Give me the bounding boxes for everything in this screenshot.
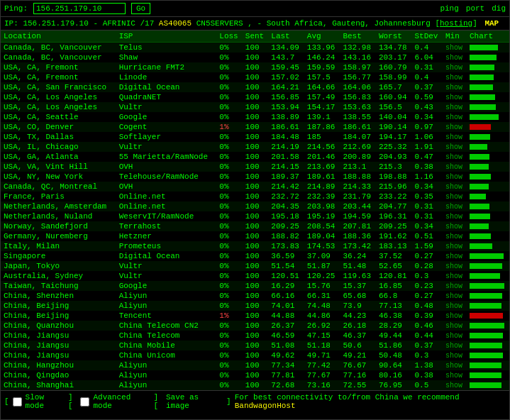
cell-show: show [443, 102, 467, 112]
cell-worst: 160.94 [376, 92, 412, 102]
cell-best: 164.06 [340, 82, 376, 92]
cell-last: 214.42 [268, 182, 304, 192]
show-link[interactable]: show [445, 173, 462, 181]
cell-location: France, Paris [1, 192, 116, 201]
show-link[interactable]: show [445, 54, 462, 62]
show-link[interactable]: show [445, 332, 462, 340]
show-link[interactable]: show [445, 223, 462, 231]
show-link[interactable]: show [445, 143, 462, 151]
dig-link[interactable]: dig [492, 4, 506, 13]
slow-mode-link[interactable]: Slow mode [26, 393, 65, 410]
table-row: Italy, MilanPrometeus0%100173.83174.5317… [1, 241, 509, 251]
cell-loss: 0% [216, 192, 243, 201]
show-link[interactable]: show [445, 362, 462, 370]
show-link[interactable]: show [445, 203, 462, 211]
show-link[interactable]: show [445, 123, 462, 131]
cell-loss: 1% [216, 122, 243, 132]
cell-location: Netherlands, Nuland [1, 211, 116, 221]
show-link[interactable]: show [445, 382, 462, 389]
cell-stdev: 1.59 [411, 241, 443, 251]
show-link[interactable]: show [445, 233, 462, 241]
show-link[interactable]: show [445, 213, 462, 221]
save-image-link[interactable]: Save as image [166, 393, 223, 410]
table-row: China, ShenzhenAliyun0%10066.1666.3165.6… [1, 291, 509, 301]
cell-stdev: 0.59 [411, 92, 443, 102]
go-button[interactable]: Go [131, 3, 150, 14]
cell-isp: Softlayer [116, 132, 217, 142]
show-link[interactable]: show [445, 163, 462, 171]
show-link[interactable]: show [445, 74, 462, 82]
ping-input[interactable] [33, 3, 126, 14]
cell-best: 65.68 [340, 291, 376, 301]
show-link[interactable]: show [445, 253, 462, 260]
show-link[interactable]: show [445, 262, 462, 270]
show-link[interactable]: show [445, 183, 462, 191]
cell-avg: 154.17 [304, 102, 340, 112]
ping-link[interactable]: ping [440, 4, 458, 13]
cell-stdev: 0.46 [411, 321, 443, 331]
cell-last: 72.68 [268, 380, 304, 390]
cell-chart [467, 162, 509, 172]
cell-stdev: 1.16 [411, 172, 443, 182]
show-link[interactable]: show [445, 84, 462, 92]
cell-sent: 100 [243, 350, 269, 360]
show-link[interactable]: show [445, 44, 462, 52]
cell-sent: 100 [243, 122, 269, 132]
cell-sent: 100 [243, 211, 269, 221]
show-link[interactable]: show [445, 114, 462, 121]
show-link[interactable]: show [445, 64, 462, 72]
cell-isp: Google [116, 112, 217, 122]
show-link[interactable]: show [445, 342, 462, 350]
show-link[interactable]: show [445, 94, 462, 101]
bandwagon-link[interactable]: BandwagonHost [235, 402, 296, 410]
show-link[interactable]: show [445, 104, 462, 111]
show-link[interactable]: show [445, 292, 462, 300]
cell-stdev: 0.27 [411, 251, 443, 261]
port-link[interactable]: port [466, 4, 484, 13]
table-row: China, ShanghaiAliyun0%10072.6873.1672.5… [1, 380, 509, 390]
cell-chart [467, 92, 509, 102]
cell-worst: 183.13 [376, 241, 412, 251]
cell-loss: 0% [216, 82, 243, 92]
advanced-mode-link[interactable]: Advanced mode [93, 393, 150, 410]
show-link[interactable]: show [445, 153, 462, 161]
show-link[interactable]: show [445, 372, 462, 380]
show-link[interactable]: show [445, 133, 462, 141]
asn-link[interactable]: AS40065 [159, 19, 192, 28]
show-link[interactable]: show [445, 272, 462, 280]
table-container: Location ISP Loss Sent Last Avg Best Wor… [1, 31, 509, 390]
show-link[interactable]: show [445, 282, 462, 290]
cell-chart [467, 231, 509, 241]
cell-isp: 55 Marietta/RamNode [116, 152, 217, 162]
show-link[interactable]: show [445, 243, 462, 250]
ip-info: IP: 156.251.179.10 - AFRINIC /17 AS40065… [1, 17, 509, 31]
cell-loss: 0% [216, 172, 243, 182]
cell-loss: 0% [216, 211, 243, 221]
cell-loss: 0% [216, 321, 243, 331]
cell-location: USA, CA, Los Angeles [1, 102, 116, 112]
cell-show: show [443, 211, 467, 221]
show-link[interactable]: show [445, 322, 462, 330]
cell-stdev: 0.38 [411, 162, 443, 172]
map-link[interactable]: MAP [484, 19, 499, 28]
cell-avg: 214.89 [304, 182, 340, 192]
cell-stdev: 0.47 [411, 152, 443, 162]
cell-show: show [443, 271, 467, 281]
show-link[interactable]: show [445, 352, 462, 360]
slow-mode-checkbox[interactable] [13, 397, 22, 407]
cell-loss: 0% [216, 152, 243, 162]
cell-stdev: 0.4 [411, 72, 443, 82]
table-row: USA, CA, Los AngelesVultr0%100153.94154.… [1, 102, 509, 112]
advanced-mode-checkbox[interactable] [80, 397, 89, 407]
cell-isp: China Telecom [116, 331, 217, 341]
cell-avg: 203.98 [304, 201, 340, 211]
cell-loss: 0% [216, 271, 243, 281]
show-link[interactable]: show [445, 193, 462, 201]
table-row: USA, VA, Vint HillOVH0%100214.15213.6921… [1, 162, 509, 172]
show-link[interactable]: show [445, 302, 462, 310]
show-link[interactable]: show [445, 312, 462, 320]
cell-avg: 77.42 [304, 360, 340, 370]
hosting-link[interactable]: hosting [440, 19, 472, 28]
cell-best: 212.69 [340, 142, 376, 152]
cell-chart [467, 251, 509, 261]
